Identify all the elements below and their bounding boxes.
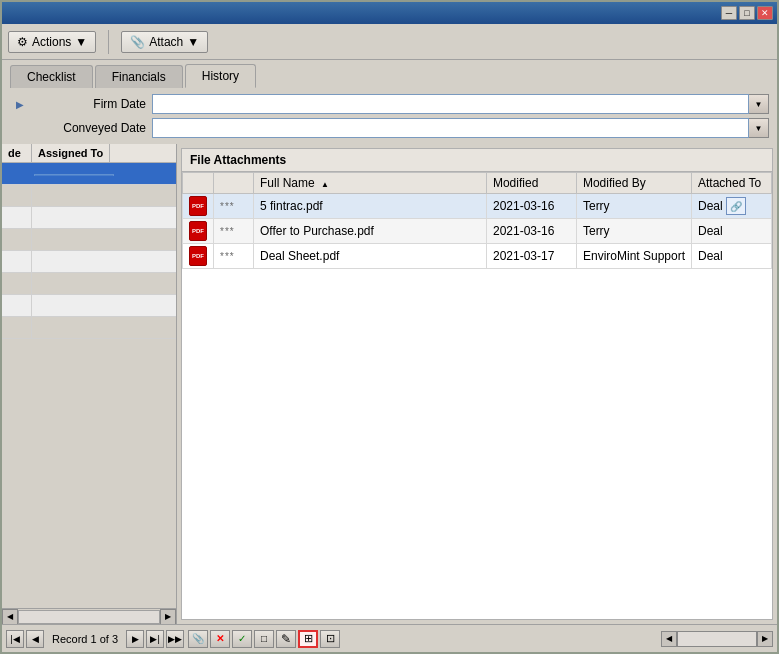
list-item[interactable]: ▶ bbox=[2, 163, 176, 185]
table-row[interactable]: PDF***Offer to Purchase.pdf2021-03-16Ter… bbox=[183, 219, 772, 244]
file-pdf-icon: PDF bbox=[183, 244, 214, 269]
firm-date-label: Firm Date bbox=[36, 97, 146, 111]
scroll-left-button[interactable]: ◀ bbox=[661, 631, 677, 647]
delete-status-button[interactable]: ✕ bbox=[210, 630, 230, 648]
table-row[interactable]: PDF***5 fintrac.pdf2021-03-16TerryDeal 🔗 bbox=[183, 194, 772, 219]
close-button[interactable]: ✕ bbox=[757, 6, 773, 20]
list-item[interactable] bbox=[2, 207, 176, 229]
conveyed-date-label: Conveyed Date bbox=[36, 121, 146, 135]
col-header-fullname[interactable]: Full Name ▲ bbox=[254, 173, 487, 194]
left-panel-header: de Assigned To bbox=[2, 144, 176, 163]
export-status-button[interactable]: ⊡ bbox=[320, 630, 340, 648]
list-item[interactable] bbox=[2, 185, 176, 207]
attach-button[interactable]: 📎 Attach ▼ bbox=[121, 31, 208, 53]
nav-next-button[interactable]: ▶ bbox=[126, 630, 144, 648]
conveyed-date-input-container: ▼ bbox=[152, 118, 769, 138]
table-row[interactable]: PDF***Deal Sheet.pdf2021-03-17EnviroMint… bbox=[183, 244, 772, 269]
attach-label: Attach bbox=[149, 35, 183, 49]
nav-last-button[interactable]: ▶| bbox=[146, 630, 164, 648]
table-header-row: Full Name ▲ Modified Modified By Attache… bbox=[183, 173, 772, 194]
list-item[interactable] bbox=[2, 229, 176, 251]
file-type: *** bbox=[214, 194, 254, 219]
tab-financials[interactable]: Financials bbox=[95, 65, 183, 88]
list-item[interactable] bbox=[2, 295, 176, 317]
file-modified-by: Terry bbox=[576, 219, 691, 244]
file-modified-date: 2021-03-17 bbox=[486, 244, 576, 269]
file-attached-to: Deal bbox=[692, 244, 772, 269]
file-modified-by: EnviroMint Support bbox=[576, 244, 691, 269]
nav-prev-button[interactable]: ◀ bbox=[26, 630, 44, 648]
left-cell-col1 bbox=[2, 172, 32, 176]
main-content: ▶ Firm Date ▼ Conveyed Date ▼ bbox=[2, 88, 777, 624]
file-full-name: Deal Sheet.pdf bbox=[254, 244, 487, 269]
attach-icon: 📎 bbox=[130, 35, 145, 49]
conveyed-date-dropdown-button[interactable]: ▼ bbox=[749, 118, 769, 138]
scroll-right-button[interactable]: ▶ bbox=[757, 631, 773, 647]
left-panel-scrollbar: ◀ ▶ bbox=[2, 608, 176, 624]
nav-first-button[interactable]: |◀ bbox=[6, 630, 24, 648]
toolbar: ⚙ Actions ▼ 📎 Attach ▼ bbox=[2, 24, 777, 60]
maximize-button[interactable]: □ bbox=[739, 6, 755, 20]
col-header-attachedto[interactable]: Attached To bbox=[692, 173, 772, 194]
firm-date-input-container: ▼ bbox=[152, 94, 769, 114]
toolbar-separator bbox=[108, 30, 109, 54]
list-item[interactable] bbox=[2, 273, 176, 295]
conveyed-date-row: Conveyed Date ▼ bbox=[10, 118, 769, 138]
actions-dropdown-icon: ▼ bbox=[75, 35, 87, 49]
col-header-type[interactable] bbox=[214, 173, 254, 194]
horizontal-scroll: ◀ ▶ bbox=[661, 631, 773, 647]
file-attachments-section: File Attachments Full Name ▲ bbox=[181, 148, 773, 620]
sort-arrow-icon: ▲ bbox=[321, 180, 329, 189]
check-status-button[interactable]: ✓ bbox=[232, 630, 252, 648]
conveyed-date-input[interactable] bbox=[152, 118, 749, 138]
file-type: *** bbox=[214, 244, 254, 269]
edit-status-button[interactable]: ✎ bbox=[276, 630, 296, 648]
list-item[interactable] bbox=[2, 317, 176, 339]
status-bar: |◀ ◀ Record 1 of 3 ▶ ▶| ▶▶ 📎 ✕ ✓ □ ✎ ⊞ ⊡… bbox=[2, 624, 777, 652]
file-attached-to: Deal bbox=[692, 219, 772, 244]
file-modified-date: 2021-03-16 bbox=[486, 219, 576, 244]
scroll-track[interactable] bbox=[677, 631, 757, 647]
left-scroll-left-button[interactable]: ◀ bbox=[2, 609, 18, 625]
file-full-name: 5 fintrac.pdf bbox=[254, 194, 487, 219]
title-bar: ─ □ ✕ bbox=[2, 2, 777, 24]
left-panel: de Assigned To ▶ bbox=[2, 144, 177, 624]
file-attachments-title: File Attachments bbox=[182, 149, 772, 172]
nav-last2-button[interactable]: ▶▶ bbox=[166, 630, 184, 648]
actions-icon: ⚙ bbox=[17, 35, 28, 49]
record-counter: Record 1 of 3 bbox=[52, 633, 118, 645]
firm-date-indicator-icon: ▶ bbox=[16, 99, 24, 110]
file-type: *** bbox=[214, 219, 254, 244]
status-action-buttons: 📎 ✕ ✓ □ ✎ ⊞ ⊡ bbox=[188, 630, 340, 648]
grid-highlighted-button[interactable]: ⊞ bbox=[298, 630, 318, 648]
col-header-modifiedby[interactable]: Modified By bbox=[576, 173, 691, 194]
minimize-button[interactable]: ─ bbox=[721, 6, 737, 20]
main-window: ─ □ ✕ ⚙ Actions ▼ 📎 Attach ▼ Checklist F… bbox=[0, 0, 779, 654]
nav-buttons: |◀ ◀ Record 1 of 3 ▶ ▶| ▶▶ bbox=[6, 630, 184, 648]
file-attachments-table: Full Name ▲ Modified Modified By Attache… bbox=[182, 172, 772, 269]
file-table-scroll: Full Name ▲ Modified Modified By Attache… bbox=[182, 172, 772, 619]
actions-button[interactable]: ⚙ Actions ▼ bbox=[8, 31, 96, 53]
firm-date-input[interactable] bbox=[152, 94, 749, 114]
form-area: ▶ Firm Date ▼ Conveyed Date ▼ bbox=[2, 88, 777, 144]
file-link-icon[interactable]: 🔗 bbox=[726, 197, 746, 215]
left-scroll-right-button[interactable]: ▶ bbox=[160, 609, 176, 625]
tab-history[interactable]: History bbox=[185, 64, 256, 88]
attach-dropdown-icon: ▼ bbox=[187, 35, 199, 49]
square-status-button[interactable]: □ bbox=[254, 630, 274, 648]
left-cell-assigned: ▶ bbox=[32, 172, 176, 176]
col-header-modified[interactable]: Modified bbox=[486, 173, 576, 194]
split-panel: de Assigned To ▶ bbox=[2, 144, 777, 624]
file-pdf-icon: PDF bbox=[183, 219, 214, 244]
file-modified-date: 2021-03-16 bbox=[486, 194, 576, 219]
firm-date-dropdown-button[interactable]: ▼ bbox=[749, 94, 769, 114]
col-header-icon[interactable] bbox=[183, 173, 214, 194]
left-panel-rows: ▶ bbox=[2, 163, 176, 608]
tab-checklist[interactable]: Checklist bbox=[10, 65, 93, 88]
attach-status-button[interactable]: 📎 bbox=[188, 630, 208, 648]
file-modified-by: Terry bbox=[576, 194, 691, 219]
file-pdf-icon: PDF bbox=[183, 194, 214, 219]
list-item[interactable] bbox=[2, 251, 176, 273]
right-panel: File Attachments Full Name ▲ bbox=[177, 144, 777, 624]
left-col-header-assigned-to: Assigned To bbox=[32, 144, 110, 162]
